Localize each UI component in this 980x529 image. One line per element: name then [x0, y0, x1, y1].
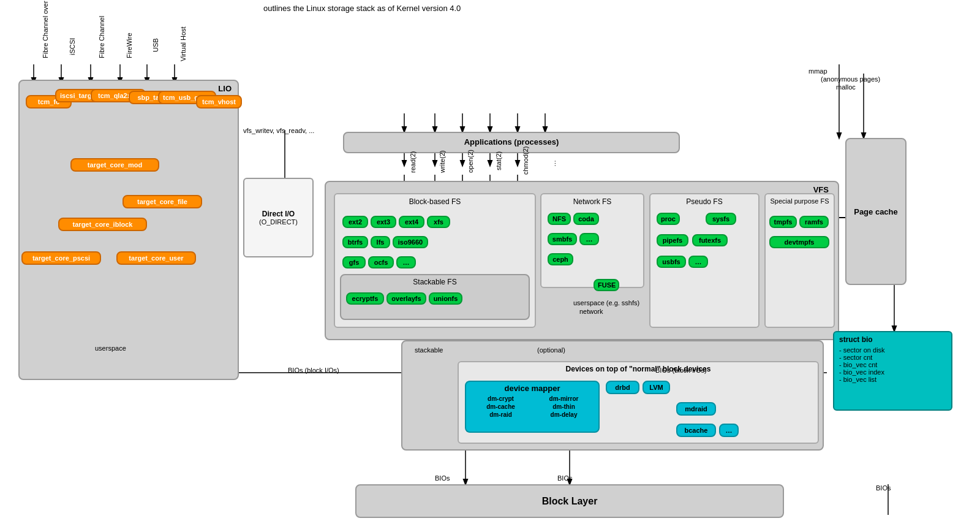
target-core-pscsi: target_core_pscsi — [21, 251, 101, 265]
block-devices-outer: stackable (optional) Devices on top of "… — [401, 340, 824, 451]
applications-label: Applications (processes) — [464, 137, 559, 147]
block-layer-box: Block Layer — [355, 484, 784, 518]
network-label: network — [579, 308, 603, 315]
ext2: ext2 — [342, 216, 368, 228]
dm-title: device mapper — [470, 384, 595, 393]
bio-item-2: - bio_vec cnt — [839, 361, 946, 368]
mdraid: mdraid — [676, 402, 716, 416]
bcache: bcache — [676, 424, 716, 437]
target-core-user: target_core_user — [116, 251, 196, 265]
dm-delay: dm-delay — [533, 411, 595, 418]
bios-far-right: BIOs — [876, 484, 891, 492]
direct-io-label: Direct I/O — [262, 210, 295, 218]
bio-item-1: - sector cnt — [839, 354, 946, 361]
target-core-mod: target_core_mod — [70, 158, 159, 172]
tcm-vhost: tcm_vhost — [196, 95, 242, 108]
dm-thin: dm-thin — [533, 403, 595, 410]
mmap-label: mmap — [809, 67, 827, 75]
devices-on-top-box: Devices on top of "normal" block devices… — [458, 361, 819, 444]
bios-bottom-left: BIOs — [435, 474, 450, 482]
iso9660: iso9660 — [393, 236, 428, 248]
ext4: ext4 — [399, 216, 424, 228]
unionfs: unionfs — [429, 292, 462, 305]
vfs-writev-label: vfs_writev, vfs_readv, ... — [243, 127, 314, 134]
applications-box: Applications (processes) — [343, 132, 680, 153]
diagram-container: outlines the Linux storage stack as of K… — [0, 0, 980, 529]
xfs: xfs — [427, 216, 450, 228]
bio-item-0: - sector on disk — [839, 346, 946, 354]
bios-bottom-right: BIOs — [557, 474, 572, 482]
ceph: ceph — [548, 253, 573, 265]
userspace-label-left: userspace — [95, 344, 126, 352]
tmpfs: tmpfs — [769, 216, 797, 228]
special-fs-container: Special purpose FS tmpfs ramfs devtmpfs — [764, 193, 835, 328]
bios-right-label: BIOs (block I/Os) — [655, 367, 707, 374]
block-ellipsis: … — [396, 256, 416, 268]
label-vhost: Virtual Host — [179, 26, 187, 61]
smbfs: smbfs — [548, 233, 577, 245]
dm-cache: dm-cache — [470, 403, 532, 410]
drbd: drbd — [606, 381, 639, 394]
target-core-file: target_core_file — [123, 195, 202, 208]
stat2: stat(2) — [495, 151, 502, 170]
network-fs-container: Network FS NFS coda smbfs … ceph FUSE — [540, 193, 644, 288]
mmap-sub: (anonymous pages) — [821, 75, 880, 83]
pipefs: pipefs — [657, 234, 688, 246]
sysfs: sysfs — [706, 213, 736, 225]
open2: open(2) — [467, 150, 474, 173]
stackable-label: stackable — [415, 346, 443, 354]
device-mapper: device mapper dm-crypt dm-mirror dm-cach… — [465, 381, 600, 433]
btrfs: btrfs — [342, 236, 368, 248]
futexfs: futexfs — [692, 234, 728, 246]
pseudo-ellipsis: … — [688, 256, 708, 268]
usbfs: usbfs — [657, 256, 686, 268]
nfs: NFS — [548, 213, 571, 225]
read2: read(2) — [409, 151, 417, 173]
dm-raid: dm-raid — [470, 411, 532, 418]
ramfs: ramfs — [799, 216, 829, 228]
pseudo-fs-title: Pseudo FS — [650, 197, 758, 206]
ecryptfs: ecryptfs — [346, 292, 384, 305]
block-layer-label: Block Layer — [542, 496, 598, 507]
dm-crypt: dm-crypt — [470, 395, 532, 402]
struct-bio-title: struct bio — [839, 335, 946, 344]
label-iscsi: iSCSI — [69, 38, 76, 55]
label-usb: USB — [152, 38, 159, 52]
malloc-label: malloc — [836, 83, 856, 91]
ellipsis-syscall: … — [549, 160, 557, 167]
fuse: FUSE — [594, 279, 619, 291]
block-fs-container: Block-based FS ext2 ext3 ext4 xfs btrfs … — [334, 193, 536, 328]
page-cache-box: Page cache — [845, 138, 907, 285]
label-fcoe: Fibre Channel over Ethernet — [42, 0, 49, 58]
devices-on-top-title: Devices on top of "normal" block devices — [459, 365, 818, 373]
lfs: lfs — [371, 236, 390, 248]
bio-item-4: - bio_vec list — [839, 376, 946, 383]
direct-io-box: Direct I/O (O_DIRECT) — [243, 178, 314, 257]
devtmpfs: devtmpfs — [769, 236, 829, 248]
write2: write(2) — [439, 150, 446, 173]
stackable-fs-container: Stackable FS ecryptfs overlayfs unionfs — [340, 274, 530, 320]
lvm: LVM — [643, 381, 670, 394]
overlayfs: overlayfs — [386, 292, 426, 305]
network-fs-title: Network FS — [541, 197, 643, 206]
label-firewire: FireWire — [126, 32, 133, 58]
bd-ellipsis: … — [719, 424, 739, 437]
pseudo-fs-container: Pseudo FS proc sysfs pipefs futexfs usbf… — [649, 193, 760, 328]
direct-io-sub: (O_DIRECT) — [259, 218, 298, 226]
target-core-iblock: target_core_iblock — [58, 218, 147, 231]
subtitle: outlines the Linux storage stack as of K… — [263, 4, 461, 13]
dm-mirror: dm-mirror — [533, 395, 595, 402]
proc: proc — [657, 213, 680, 225]
coda: coda — [573, 213, 599, 225]
bio-item-3: - bio_vec index — [839, 368, 946, 376]
chmod2: chmod(2) — [522, 147, 529, 175]
ext3: ext3 — [371, 216, 396, 228]
userspace-network-label: userspace (e.g. sshfs) — [573, 299, 639, 306]
special-fs-title: Special purpose FS — [766, 197, 834, 205]
stackable-fs-title: Stackable FS — [341, 278, 529, 286]
page-cache-label: Page cache — [854, 207, 898, 216]
block-fs-title: Block-based FS — [335, 197, 535, 206]
label-fibre: Fibre Channel — [98, 16, 105, 58]
network-ellipsis: … — [579, 233, 599, 245]
optional-label: (optional) — [537, 346, 565, 354]
